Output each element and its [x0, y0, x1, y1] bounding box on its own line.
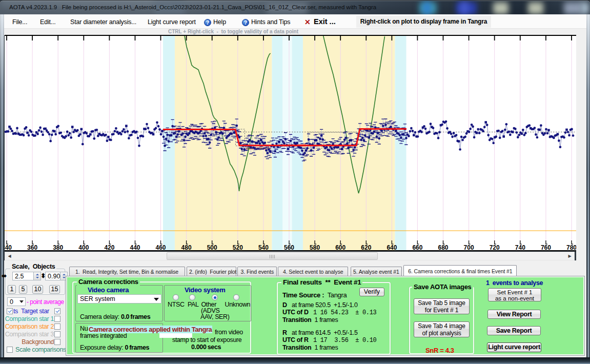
- svg-text:600: 600: [335, 244, 345, 251]
- svg-text:720: 720: [490, 244, 500, 251]
- svg-text:400: 400: [78, 244, 89, 251]
- svg-text:640: 640: [386, 244, 397, 251]
- svg-text:380: 380: [53, 244, 63, 251]
- svg-text:580: 580: [310, 244, 320, 251]
- svg-text:440: 440: [130, 244, 140, 251]
- svg-text:360: 360: [27, 244, 37, 251]
- svg-text:420: 420: [104, 244, 114, 251]
- svg-text:480: 480: [181, 244, 192, 251]
- svg-text:620: 620: [361, 244, 371, 251]
- svg-text:340: 340: [4, 244, 12, 251]
- svg-text:560: 560: [284, 244, 294, 251]
- svg-text:520: 520: [233, 244, 243, 251]
- svg-text:500: 500: [207, 244, 217, 251]
- svg-text:540: 540: [258, 244, 269, 251]
- svg-text:700: 700: [464, 244, 474, 251]
- svg-text:460: 460: [155, 244, 166, 251]
- svg-text:680: 680: [438, 244, 448, 251]
- svg-text:780: 780: [566, 244, 576, 251]
- svg-text:760: 760: [541, 244, 551, 251]
- svg-text:660: 660: [412, 244, 422, 251]
- svg-text:740: 740: [515, 244, 525, 251]
